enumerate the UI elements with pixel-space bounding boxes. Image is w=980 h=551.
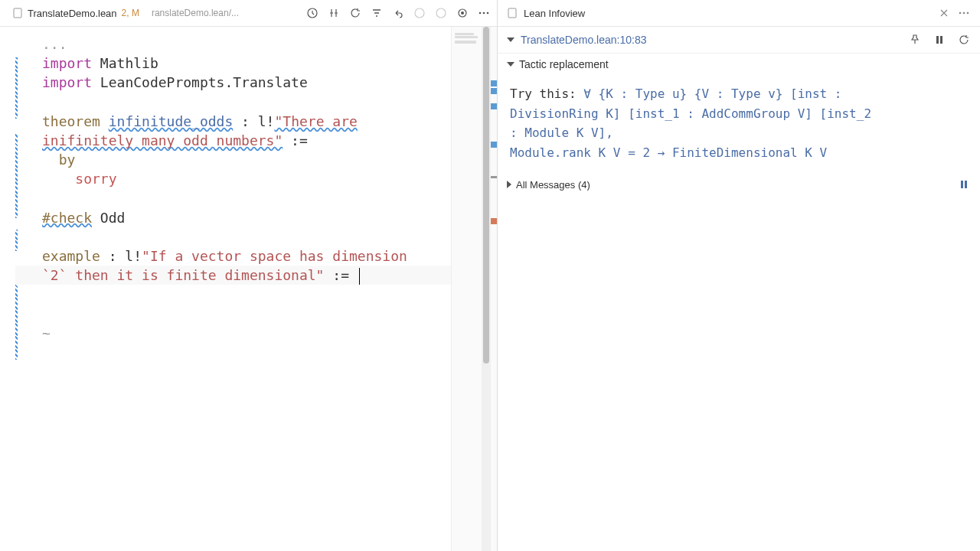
prev-icon[interactable]	[413, 6, 426, 20]
editor-tab[interactable]: TranslateDemo.lean 2, M	[6, 5, 145, 22]
infoview-tab-bar: Lean Infoview	[498, 0, 980, 27]
svg-rect-16	[965, 181, 967, 188]
editor-scrollbar[interactable]	[482, 27, 491, 551]
infoview-tab-label[interactable]: Lean Infoview	[524, 8, 585, 19]
try-this-label: Try this:	[510, 86, 583, 101]
minimap[interactable]	[451, 27, 482, 551]
section-label: Tactic replacement	[519, 58, 609, 70]
svg-rect-14	[940, 36, 942, 44]
tilde-marker: ~	[15, 324, 451, 343]
pin-icon[interactable]	[908, 33, 922, 47]
target-icon[interactable]	[456, 6, 469, 20]
pause-icon[interactable]	[957, 178, 971, 191]
svg-point-8	[487, 12, 489, 15]
svg-rect-13	[936, 36, 939, 44]
infoview-location-header[interactable]: TranslateDemo.lean:10:83	[498, 27, 980, 54]
svg-rect-9	[508, 8, 516, 18]
refresh-icon[interactable]	[957, 33, 971, 47]
editor-tab-bar: TranslateDemo.lean 2, M ranslateDemo.lea…	[0, 0, 497, 27]
history-icon[interactable]	[305, 6, 319, 20]
svg-point-6	[479, 12, 482, 15]
compare-icon[interactable]	[327, 6, 341, 20]
filter-icon[interactable]	[370, 6, 384, 20]
code-editor[interactable]: ... import Mathlib import LeanCodePrompt…	[0, 27, 451, 551]
svg-point-2	[415, 8, 424, 18]
svg-rect-15	[961, 181, 963, 188]
chevron-right-icon	[507, 181, 511, 188]
code-fold-dots[interactable]: ...	[15, 34, 451, 54]
svg-point-7	[483, 12, 485, 15]
all-messages-toggle[interactable]: All Messages (4)	[498, 171, 980, 197]
svg-rect-0	[14, 8, 21, 18]
chevron-down-icon	[507, 37, 514, 42]
undo-icon[interactable]	[391, 6, 405, 20]
editor-container[interactable]: ... import Mathlib import LeanCodePrompt…	[0, 27, 497, 551]
location-label: TranslateDemo.lean:10:83	[521, 34, 646, 46]
file-icon	[12, 8, 23, 18]
close-icon[interactable]	[937, 6, 951, 20]
file-icon	[507, 8, 518, 18]
more-icon[interactable]	[957, 6, 971, 20]
tactic-suggestion: Try this: ∀ {K : Type u} {V : Type v} [i…	[498, 75, 980, 171]
pause-icon[interactable]	[933, 33, 946, 47]
tab-badge: 2, M	[122, 8, 139, 18]
text-cursor	[359, 268, 360, 285]
next-icon[interactable]	[434, 6, 448, 20]
svg-point-3	[436, 8, 446, 18]
chevron-down-icon	[507, 62, 514, 67]
refresh-icon[interactable]	[348, 6, 362, 20]
tab-filename: TranslateDemo.lean	[28, 8, 117, 19]
overview-ruler[interactable]	[491, 27, 497, 551]
svg-point-5	[461, 11, 464, 15]
svg-point-12	[967, 12, 969, 15]
editor-toolbar	[305, 6, 491, 20]
messages-label: All Messages (4)	[516, 179, 590, 191]
svg-point-11	[963, 12, 965, 15]
tactic-section-header[interactable]: Tactic replacement	[498, 54, 980, 75]
infoview-pane: Lean Infoview TranslateDemo.lean:10:83 T…	[498, 0, 980, 551]
breadcrumb: ranslateDemo.lean/...	[152, 8, 239, 18]
more-icon[interactable]	[477, 6, 491, 20]
editor-pane: TranslateDemo.lean 2, M ranslateDemo.lea…	[0, 0, 498, 551]
svg-point-10	[959, 12, 962, 15]
